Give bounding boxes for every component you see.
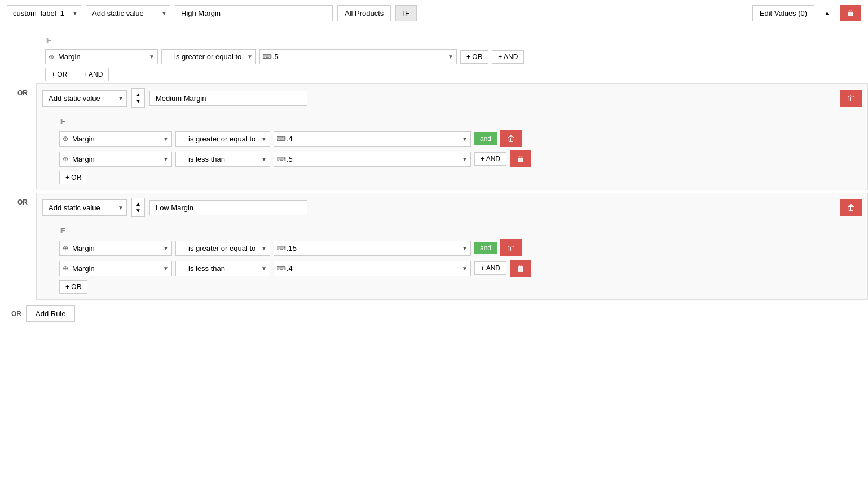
label-dropdown[interactable]: custom_label_1 (7, 5, 81, 21)
rule1-bottom-and-btn[interactable]: + AND (77, 68, 109, 81)
rule3-static-wrapper: Add static value ▼ (42, 199, 127, 216)
rule2c2-op-wrapper: is less than is greater or equal to ▼ (175, 152, 270, 167)
rule3c2-field-wrapper: ⊕ Margin ▼ (59, 261, 172, 276)
add-rule-row: OR Add Rule (0, 300, 868, 322)
rule2c1-op-wrapper: is greater or equal to is less than ▼ (175, 131, 270, 147)
rule3-if-label: IF (59, 227, 856, 235)
rule3-header: Add static value ▼ ▲▼ 🗑 (37, 193, 867, 221)
rule3c1-and-badge[interactable]: and (474, 242, 497, 254)
rule2-value-input[interactable] (149, 91, 307, 106)
rule3-block: Add static value ▼ ▲▼ 🗑 IF ⊕ (36, 193, 868, 300)
if-button[interactable]: IF (395, 5, 417, 21)
rule2c1-and-badge[interactable]: and (474, 132, 497, 145)
or-rule2-wrapper: OR Add static value ▼ ▲▼ 🗑 I (0, 83, 868, 190)
rule2c1-field-select[interactable]: Margin (59, 131, 172, 147)
rule3-delete-btn[interactable]: 🗑 (840, 199, 862, 216)
rule3c1-op-wrapper: is greater or equal to is less than ▼ (175, 241, 270, 256)
rule1-condition1: ⊕ Margin Price Cost ▼ is greater or equa… (34, 49, 857, 64)
rule2-block: Add static value ▼ ▲▼ 🗑 IF ⊕ (36, 83, 868, 190)
or2-label: OR (17, 89, 28, 97)
rule3-condition2: ⊕ Margin ▼ is less than is greater or eq… (59, 260, 856, 277)
rule2c2-plus-and-btn[interactable]: + AND (474, 152, 506, 166)
rule3-static-dropdown[interactable]: Add static value (42, 199, 127, 216)
or3-connector: OR (11, 193, 34, 300)
top-delete-button[interactable]: 🗑 (840, 5, 861, 21)
or-rule3-wrapper: OR Add static value ▼ ▲▼ 🗑 I (0, 193, 868, 300)
rule2c1-op-select[interactable]: is greater or equal to is less than (175, 131, 270, 147)
rule1-val-wrapper: ⌨ .5 .4 .15 ▼ (259, 49, 457, 64)
rule2c2-op-select[interactable]: is less than is greater or equal to (175, 152, 270, 167)
rule3-updown-btn[interactable]: ▲▼ (131, 198, 145, 217)
rule2c1-delete-btn[interactable]: 🗑 (500, 130, 522, 147)
rule3c2-op-select[interactable]: is less than is greater or equal to (175, 261, 270, 276)
rule2-if-label: IF (59, 118, 856, 126)
rule2c2-val-select[interactable]: .5 (274, 152, 471, 167)
top-bar: custom_label_1 ▼ Add static value ▼ All … (0, 0, 868, 26)
all-products-button[interactable]: All Products (337, 5, 391, 21)
rule1-bottom-or-btn[interactable]: + OR (45, 68, 73, 81)
rule3-value-input[interactable] (149, 200, 307, 215)
rule2-header: Add static value ▼ ▲▼ 🗑 (37, 84, 867, 112)
rule2c2-val-wrapper: ⌨ .5 ▼ (274, 152, 471, 167)
rule2c2-field-wrapper: ⊕ Margin ▼ (59, 152, 172, 167)
rule2-delete-btn[interactable]: 🗑 (840, 90, 862, 107)
rule1-op-wrapper: is greater or equal to is less than is e… (161, 49, 256, 64)
rule1-op-select[interactable]: is greater or equal to is less than is e… (161, 49, 256, 64)
collapse-button[interactable]: ▲ (819, 6, 835, 20)
rule2c1-field-wrapper: ⊕ Margin ▼ (59, 131, 172, 147)
rule2-static-dropdown[interactable]: Add static value (42, 90, 127, 107)
high-margin-input[interactable] (175, 5, 333, 21)
rule3c2-delete-btn[interactable]: 🗑 (510, 260, 531, 277)
rule2-condition2: ⊕ Margin ▼ is less than is greater or eq… (59, 150, 856, 167)
rule2c1-val-wrapper: ⌨ .4 ▼ (274, 131, 471, 147)
rule3-body: IF ⊕ Margin ▼ is greater or equa (37, 221, 867, 299)
rule3c1-field-select[interactable]: Margin (59, 241, 172, 256)
rule3-condition1: ⊕ Margin ▼ is greater or equal to is les… (59, 239, 856, 256)
rule1-plus-and-btn[interactable]: + AND (492, 50, 524, 64)
add-rule-or-label: OR (11, 310, 21, 318)
rule2-bottom-or-btn[interactable]: + OR (59, 171, 87, 184)
rule2-static-wrapper: Add static value ▼ (42, 90, 127, 107)
rule3c1-delete-btn[interactable]: 🗑 (500, 239, 522, 256)
rule1-plus-or-btn[interactable]: + OR (460, 50, 488, 64)
rule2c1-val-select[interactable]: .4 (274, 131, 471, 147)
rule1-container: IF ⊕ Margin Price Cost ▼ is greater or e… (0, 32, 868, 81)
or2-line (23, 99, 23, 190)
rule2-condition1: ⊕ Margin ▼ is greater or equal to is les… (59, 130, 856, 147)
or3-label: OR (17, 198, 28, 206)
rule2-bottom-buttons: + OR (59, 171, 856, 184)
rule3c1-field-wrapper: ⊕ Margin ▼ (59, 241, 172, 256)
rule1-bottom-buttons: + OR + AND (34, 68, 857, 81)
rule3c2-val-wrapper: ⌨ .4 ▼ (274, 261, 471, 276)
or3-line (23, 209, 23, 300)
rule3c2-val-select[interactable]: .4 (274, 261, 471, 276)
rule1-field-select[interactable]: Margin Price Cost (45, 49, 158, 64)
rule2c2-delete-btn[interactable]: 🗑 (510, 150, 531, 167)
rule2-updown-btn[interactable]: ▲▼ (131, 88, 145, 108)
rule3c1-val-wrapper: ⌨ .15 ▼ (274, 241, 471, 256)
rule3-bottom-or-btn[interactable]: + OR (59, 280, 87, 294)
add-rule-button[interactable]: Add Rule (26, 305, 75, 322)
rule2-body: IF ⊕ Margin ▼ is greater or equa (37, 112, 867, 190)
rule3c1-op-select[interactable]: is greater or equal to is less than (175, 241, 270, 256)
static-value-dropdown[interactable]: Add static value (86, 5, 170, 21)
main-content: IF ⊕ Margin Price Cost ▼ is greater or e… (0, 26, 868, 327)
rule1-field-wrapper: ⊕ Margin Price Cost ▼ (45, 49, 158, 64)
rule1-val-select[interactable]: .5 .4 .15 (259, 49, 457, 64)
edit-values-button[interactable]: Edit Values (0) (752, 5, 814, 21)
page-wrapper: custom_label_1 ▼ Add static value ▼ All … (0, 0, 868, 479)
static-value-wrapper: Add static value ▼ (86, 5, 170, 21)
rule1-if-label: IF (34, 32, 857, 49)
rule3c1-val-select[interactable]: .15 (274, 241, 471, 256)
rule3c2-field-select[interactable]: Margin (59, 261, 172, 276)
rule3-bottom-buttons: + OR (59, 280, 856, 294)
rule3c2-op-wrapper: is less than is greater or equal to ▼ (175, 261, 270, 276)
label-dropdown-wrapper: custom_label_1 ▼ (7, 5, 81, 21)
or2-connector: OR (11, 83, 34, 190)
rule2c2-field-select[interactable]: Margin (59, 152, 172, 167)
rule3c2-plus-and-btn[interactable]: + AND (474, 261, 506, 275)
